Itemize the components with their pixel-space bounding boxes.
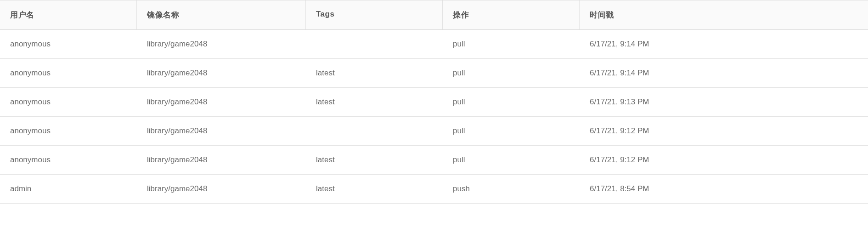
cell-timestamp: 6/17/21, 9:14 PM — [580, 30, 868, 58]
cell-tags: latest — [306, 146, 443, 174]
cell-user: anonymous — [0, 146, 137, 174]
cell-user: anonymous — [0, 30, 137, 58]
table-row[interactable]: anonymous library/game2048 latest pull 6… — [0, 146, 868, 175]
cell-tags — [306, 117, 443, 145]
table-header-row: 用户名 镜像名称 Tags 操作 时间戳 — [0, 0, 868, 30]
cell-image: library/game2048 — [137, 146, 306, 174]
cell-timestamp: 6/17/21, 8:54 PM — [580, 175, 868, 203]
table-row[interactable]: anonymous library/game2048 pull 6/17/21,… — [0, 30, 868, 59]
cell-user: anonymous — [0, 88, 137, 116]
cell-tags — [306, 30, 443, 58]
cell-image: library/game2048 — [137, 117, 306, 145]
cell-tags: latest — [306, 175, 443, 203]
cell-image: library/game2048 — [137, 30, 306, 58]
cell-image: library/game2048 — [137, 59, 306, 87]
header-operation[interactable]: 操作 — [443, 0, 580, 29]
cell-operation: pull — [443, 88, 580, 116]
cell-image: library/game2048 — [137, 175, 306, 203]
header-tags[interactable]: Tags — [306, 0, 443, 29]
table-row[interactable]: admin library/game2048 latest push 6/17/… — [0, 175, 868, 204]
table-row[interactable]: anonymous library/game2048 latest pull 6… — [0, 88, 868, 117]
cell-operation: pull — [443, 59, 580, 87]
cell-operation: pull — [443, 146, 580, 174]
cell-image: library/game2048 — [137, 88, 306, 116]
cell-operation: pull — [443, 30, 580, 58]
cell-timestamp: 6/17/21, 9:13 PM — [580, 88, 868, 116]
cell-timestamp: 6/17/21, 9:12 PM — [580, 117, 868, 145]
cell-operation: push — [443, 175, 580, 203]
table-row[interactable]: anonymous library/game2048 pull 6/17/21,… — [0, 117, 868, 146]
header-image[interactable]: 镜像名称 — [137, 0, 306, 29]
cell-user: anonymous — [0, 117, 137, 145]
cell-timestamp: 6/17/21, 9:14 PM — [580, 59, 868, 87]
cell-user: anonymous — [0, 59, 137, 87]
cell-timestamp: 6/17/21, 9:12 PM — [580, 146, 868, 174]
cell-operation: pull — [443, 117, 580, 145]
log-table: 用户名 镜像名称 Tags 操作 时间戳 anonymous library/g… — [0, 0, 868, 204]
cell-tags: latest — [306, 88, 443, 116]
table-row[interactable]: anonymous library/game2048 latest pull 6… — [0, 59, 868, 88]
cell-tags: latest — [306, 59, 443, 87]
cell-user: admin — [0, 175, 137, 203]
header-timestamp[interactable]: 时间戳 — [580, 0, 868, 29]
header-user[interactable]: 用户名 — [0, 0, 137, 29]
